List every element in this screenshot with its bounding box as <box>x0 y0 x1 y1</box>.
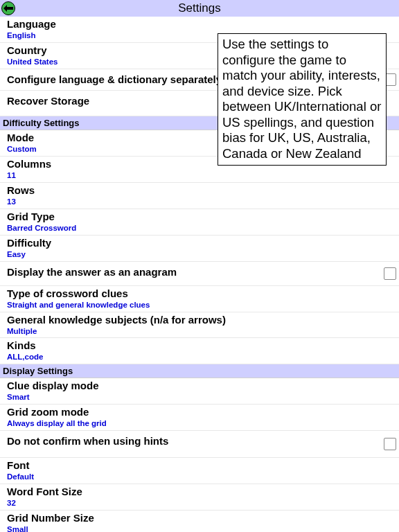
label-zoom: Grid zoom mode <box>7 406 392 418</box>
row-difficulty[interactable]: Difficulty Easy <box>0 236 399 262</box>
label-grid-num: Grid Number Size <box>7 512 392 524</box>
checkbox-anagram[interactable] <box>384 267 396 280</box>
label-font: Font <box>7 459 392 472</box>
label-word-size: Word Font Size <box>7 486 392 498</box>
row-rows[interactable]: Rows 13 <box>0 183 399 209</box>
label-subjects: General knowledge subjects (n/a for arro… <box>7 314 392 326</box>
row-grid-type[interactable]: Grid Type Barred Crossword <box>0 209 399 236</box>
row-word-font-size[interactable]: Word Font Size 32 <box>0 484 399 511</box>
row-grid-number-size[interactable]: Grid Number Size Small <box>0 511 399 532</box>
row-grid-zoom[interactable]: Grid zoom mode Always display all the gr… <box>0 405 399 431</box>
label-difficulty: Difficulty <box>7 237 392 249</box>
value-kinds: ALL,code <box>7 352 392 362</box>
label-anagram: Display the answer as an anagram <box>7 266 392 278</box>
value-word-size: 32 <box>7 498 392 508</box>
label-language: Language <box>7 18 392 30</box>
page-title: Settings <box>0 1 399 15</box>
row-font[interactable]: Font Default <box>0 458 399 484</box>
back-arrow-icon <box>3 5 13 12</box>
value-zoom: Always display all the grid <box>7 418 392 429</box>
label-kinds: Kinds <box>7 339 392 352</box>
label-clue-type: Type of crossword clues <box>7 287 392 300</box>
title-bar: Settings <box>0 0 399 17</box>
label-no-confirm: Do not confirm when using hints <box>7 435 392 447</box>
label-rows: Rows <box>7 184 392 197</box>
checkbox-no-confirm[interactable] <box>384 438 396 450</box>
value-font: Default <box>7 472 392 482</box>
section-display: Display Settings <box>0 364 399 378</box>
row-subjects[interactable]: General knowledge subjects (n/a for arro… <box>0 312 399 339</box>
value-rows: 13 <box>7 197 392 207</box>
label-clue-mode: Clue display mode <box>7 380 392 392</box>
row-kinds[interactable]: Kinds ALL,code <box>0 338 399 364</box>
back-button[interactable] <box>1 1 15 15</box>
label-grid-type: Grid Type <box>7 211 392 223</box>
row-no-confirm[interactable]: Do not confirm when using hints <box>0 431 399 458</box>
row-clue-display-mode[interactable]: Clue display mode Smart <box>0 378 399 405</box>
value-columns: 11 <box>7 170 392 181</box>
row-anagram[interactable]: Display the answer as an anagram <box>0 262 399 286</box>
value-grid-type: Barred Crossword <box>7 223 392 233</box>
value-clue-type: Straight and general knowledge clues <box>7 300 392 310</box>
value-grid-num: Small <box>7 524 392 532</box>
row-clue-type[interactable]: Type of crossword clues Straight and gen… <box>0 286 399 312</box>
value-subjects: Multiple <box>7 326 392 337</box>
value-difficulty: Easy <box>7 249 392 260</box>
value-clue-mode: Smart <box>7 392 392 402</box>
help-popover: Use the settings to configure the game t… <box>218 33 387 166</box>
